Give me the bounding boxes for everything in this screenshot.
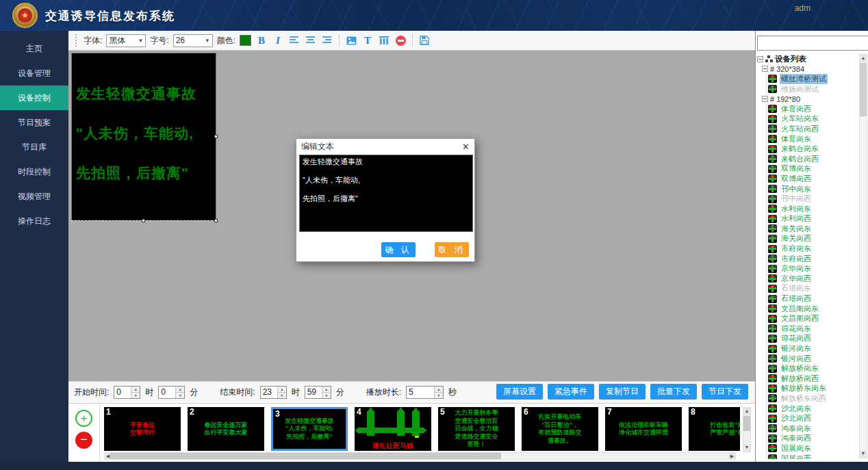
sidebar-item-nav[interactable]: 主页	[0, 36, 68, 61]
device-item[interactable]: 双博岗西	[768, 174, 858, 184]
led-display-preview[interactable]: 发生轻微交通事故"人未伤，车能动,先拍照，后撤离"	[71, 53, 216, 221]
sidebar-item-nav[interactable]: 节目库	[0, 135, 68, 159]
align-right-button[interactable]	[321, 34, 333, 47]
tree-collapse-icon[interactable]	[757, 56, 763, 62]
device-item[interactable]: 来鹤台岗东	[768, 144, 858, 154]
tree-scrollbar[interactable]: ▲ ▼	[859, 54, 867, 458]
spinner-down-icon[interactable]: ▼	[131, 393, 140, 398]
action-button[interactable]: 节目下发	[702, 384, 748, 400]
device-item[interactable]: 琼花岗西	[768, 334, 858, 344]
resize-handle-bottom[interactable]	[142, 219, 145, 222]
device-item[interactable]: 文昌阁岗东	[768, 304, 858, 314]
insert-text-button[interactable]: T	[361, 34, 374, 47]
tree-group-resolution[interactable]: #320*384	[762, 64, 858, 75]
font-size-select[interactable]: 26 ▼	[173, 34, 213, 47]
device-search-input[interactable]	[757, 36, 868, 51]
device-item[interactable]: 京华岗西	[768, 274, 858, 284]
remove-program-button[interactable]: −	[75, 432, 92, 449]
scroll-down-icon[interactable]: ▼	[743, 444, 750, 452]
device-item[interactable]: 石塔岗西	[768, 293, 858, 304]
spinner-down-icon[interactable]: ▼	[322, 393, 331, 398]
device-item[interactable]: 水利岗东	[768, 204, 858, 214]
resize-handle-corner[interactable]	[214, 219, 218, 222]
action-button[interactable]: 复制节目	[599, 384, 646, 400]
end-minute-spinner[interactable]: 59 ▲▼	[305, 386, 331, 399]
end-hour-spinner[interactable]: 23 ▲▼	[260, 386, 287, 399]
spinner-down-icon[interactable]: ▼	[435, 393, 443, 398]
device-item[interactable]: 体育岗东	[768, 134, 858, 144]
device-item[interactable]: 鸿泰岗西	[768, 434, 858, 444]
start-hour-spinner[interactable]: 0 ▲▼	[114, 386, 140, 399]
device-item[interactable]: 解放桥岗西	[768, 374, 858, 384]
italic-button[interactable]: I	[272, 34, 284, 47]
device-item[interactable]: 解放桥东岗西	[768, 393, 858, 404]
font-family-select[interactable]: 黑体 ▼	[106, 34, 146, 47]
device-item[interactable]: 国展岗西	[768, 454, 858, 459]
sidebar-item-nav[interactable]: 设备管理	[0, 61, 68, 86]
device-item[interactable]: 京华岗东	[768, 263, 858, 274]
spinner-up-icon[interactable]: ▲	[435, 387, 443, 393]
spinner-down-icon[interactable]: ▼	[278, 393, 286, 398]
action-button[interactable]: 紧急事件	[548, 384, 594, 400]
sidebar-item-nav[interactable]: 视频管理	[0, 184, 68, 209]
scrollbar-thumb[interactable]	[860, 63, 867, 116]
confirm-button[interactable]: 确 认	[381, 242, 416, 257]
sidebar-item-nav[interactable]: 时段控制	[0, 159, 68, 184]
align-center-button[interactable]	[305, 34, 317, 47]
sidebar-item-active[interactable]: 设备控制	[0, 86, 68, 110]
device-item[interactable]: 邗中岗西	[768, 194, 858, 204]
spinner-up-icon[interactable]: ▲	[131, 387, 140, 393]
device-item[interactable]: 火车站岗东	[768, 114, 858, 125]
scrollbar-thumb[interactable]	[743, 416, 750, 431]
vertical-scrollbar[interactable]: ▲ ▼	[743, 407, 751, 452]
device-item[interactable]: 沙北岗东	[768, 404, 858, 414]
edit-text-textarea[interactable]: 发生轻微交通事故 "人未伤，车能动, 先拍照，后撤离"	[299, 155, 473, 232]
device-item[interactable]: 石塔岗东	[768, 284, 858, 294]
device-item[interactable]: 来鹤台岗西	[768, 154, 858, 164]
minimize-button[interactable]: —	[823, 1, 838, 15]
playlist-thumbnail[interactable]: 4请礼让斑马线	[355, 407, 431, 451]
start-minute-spinner[interactable]: 0 ▲▼	[158, 386, 185, 399]
scroll-down-icon[interactable]: ▼	[860, 450, 867, 458]
spinner-up-icon[interactable]: ▲	[278, 387, 286, 393]
tree-root-device-list[interactable]: 设备列表	[757, 54, 858, 64]
device-item[interactable]: 螺丝湾桥测试	[768, 74, 858, 84]
device-item[interactable]: 水利岗西	[768, 214, 858, 224]
action-button[interactable]: 批量下发	[650, 384, 697, 400]
sidebar-item-nav[interactable]: 操作日志	[0, 209, 68, 233]
device-item[interactable]: 解放桥岗东	[768, 363, 858, 374]
device-item[interactable]: 银河岗东	[768, 343, 858, 354]
device-item[interactable]: 双博岗东	[768, 164, 858, 174]
tree-collapse-icon[interactable]	[762, 96, 768, 102]
playlist-thumbnail[interactable]: 5大力开展秋冬季交通安全整治百日会战，全力稳定道路交通安全形势！	[438, 407, 515, 451]
bold-button[interactable]: B	[255, 34, 268, 47]
resize-handle-right[interactable]	[214, 135, 218, 138]
cancel-button[interactable]: 取 消	[435, 242, 469, 257]
device-item[interactable]: 银河岗西	[768, 354, 858, 364]
device-item[interactable]: 市府岗西	[768, 254, 858, 264]
duration-spinner[interactable]: 5 ▲▼	[406, 386, 444, 399]
device-item[interactable]: 海关岗西	[768, 234, 858, 244]
insert-image-button[interactable]	[345, 34, 357, 47]
action-button[interactable]: 屏幕设置	[496, 384, 543, 400]
add-program-button[interactable]: +	[75, 410, 92, 427]
device-item[interactable]: 维扬岗测试	[768, 84, 858, 94]
tree-collapse-icon[interactable]	[762, 66, 768, 72]
sidebar-item-nav[interactable]: 节目预案	[0, 110, 68, 135]
scroll-up-icon[interactable]: ▲	[743, 408, 750, 415]
spinner-up-icon[interactable]: ▲	[176, 387, 184, 393]
device-item[interactable]: 市府岗东	[768, 244, 858, 254]
device-item[interactable]: 邗中岗东	[768, 184, 858, 194]
edit-canvas[interactable]: 发生轻微交通事故"人未伤，车能动,先拍照，后撤离" 编辑文本 ✕ 发生轻微交通事…	[68, 51, 755, 381]
playlist-thumbnail[interactable]: 2春运安全连万家出行平安靠大家	[188, 407, 264, 451]
horizontal-scrollbar[interactable]: ◀ ▶	[104, 452, 736, 460]
device-item[interactable]: 解放桥东岗东	[768, 384, 858, 394]
delete-button[interactable]	[394, 34, 407, 47]
device-item[interactable]: 体育岗西	[768, 104, 858, 114]
device-item[interactable]: 鸿泰岗东	[768, 423, 858, 434]
device-item[interactable]: 琼花岗东	[768, 324, 858, 334]
playlist-thumbnail[interactable]: 8打击改装“炸严查严惩“机	[689, 407, 740, 451]
scroll-up-icon[interactable]: ▲	[860, 55, 867, 62]
logged-in-user[interactable]: adm	[795, 3, 810, 13]
playlist-thumbnail[interactable]: 1平安春运交警同行	[104, 407, 181, 451]
